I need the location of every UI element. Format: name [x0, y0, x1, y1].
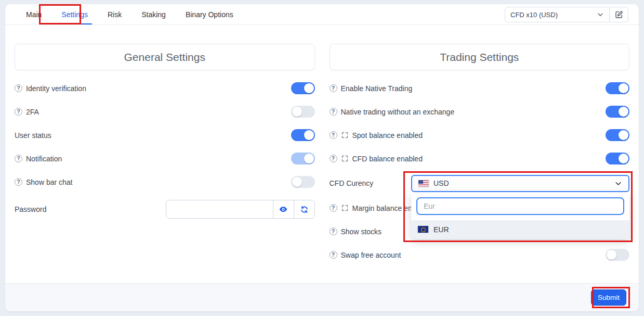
page: Main Settings Risk Staking Binary Option… [0, 0, 644, 316]
row-label: Spot balance enabled [352, 131, 423, 140]
corners-icon [341, 204, 349, 212]
show-bar-chat-toggle[interactable] [291, 176, 315, 188]
trading-settings-panel: Trading Settings Enable Native Trading N… [330, 44, 630, 283]
row-label: Identity verification [26, 84, 86, 93]
help-icon[interactable] [330, 84, 337, 92]
row-label: Notification [26, 155, 62, 163]
tab-settings[interactable]: Settings [55, 4, 94, 24]
row-label: Show stocks [341, 227, 382, 236]
tab-binary-options[interactable]: Binary Options [179, 4, 240, 24]
cfd-currency-dropdown: USD EUR [411, 175, 629, 192]
help-icon[interactable] [15, 108, 22, 116]
row-password: Password [15, 198, 315, 221]
general-settings-title: General Settings [15, 44, 315, 70]
us-flag-icon [418, 180, 429, 187]
help-icon[interactable] [330, 108, 337, 116]
help-icon[interactable] [330, 155, 337, 162]
help-icon[interactable] [330, 131, 337, 139]
notification-toggle[interactable] [291, 153, 315, 165]
help-icon[interactable] [15, 84, 22, 92]
footer-bar: Submit [5, 283, 639, 311]
account-selector-group: CFD x10 (USD) [505, 7, 628, 22]
row-label: Show bar chat [26, 178, 73, 186]
refresh-icon [300, 205, 309, 214]
tab-main[interactable]: Main [20, 4, 48, 24]
password-group [166, 200, 315, 219]
row-enable-native-trading: Enable Native Trading [330, 77, 630, 100]
eu-flag-icon [418, 226, 428, 233]
row-2fa: 2FA [15, 100, 315, 123]
password-input[interactable] [166, 200, 273, 218]
row-label: Enable Native Trading [341, 84, 413, 93]
account-select[interactable]: CFD x10 (USD) [505, 7, 610, 22]
row-identity-verification: Identity verification [15, 77, 315, 100]
row-show-bar-chat: Show bar chat [15, 170, 315, 194]
row-label: CFD Curency [330, 179, 374, 187]
row-label: Password [15, 205, 46, 213]
trading-settings-title: Trading Settings [330, 44, 630, 70]
cfd-currency-selected: USD [433, 179, 449, 187]
row-notification: Notification [15, 147, 315, 170]
row-swap-free-account: Swap free account [330, 243, 630, 267]
submit-button[interactable]: Submit [591, 289, 626, 306]
row-label: User status [15, 131, 51, 140]
row-label: Swap free account [341, 251, 401, 259]
help-icon[interactable] [330, 227, 337, 235]
tab-bar: Main Settings Risk Staking Binary Option… [5, 4, 639, 25]
eye-icon [279, 205, 288, 214]
tab-staking[interactable]: Staking [135, 4, 172, 24]
2fa-toggle[interactable] [291, 106, 315, 118]
tab-risk[interactable]: Risk [101, 4, 128, 24]
chevron-down-icon [614, 180, 622, 187]
corners-icon [341, 155, 349, 162]
cfd-balance-toggle[interactable] [606, 153, 629, 165]
swap-free-account-toggle[interactable] [606, 249, 629, 261]
account-select-value: CFD x10 (USD) [510, 11, 558, 19]
row-cfd-currency: CFD Curency USD [330, 170, 630, 196]
row-native-trading-without-exchange: Native trading without an exchange [330, 100, 630, 123]
edit-account-button[interactable] [610, 7, 628, 22]
row-user-status: User status [15, 123, 315, 147]
help-icon[interactable] [330, 204, 337, 212]
row-cfd-balance-enabled: CFD balance enabled [330, 147, 630, 170]
general-settings-panel: General Settings Identity verification 2… [15, 44, 315, 283]
edit-icon [615, 10, 623, 19]
settings-content: General Settings Identity verification 2… [5, 25, 639, 283]
cfd-currency-select[interactable]: USD [411, 175, 629, 192]
show-password-button[interactable] [273, 200, 294, 218]
native-trading-without-exchange-toggle[interactable] [606, 106, 629, 118]
currency-search-input[interactable] [416, 197, 624, 215]
corners-icon [341, 131, 349, 139]
enable-native-trading-toggle[interactable] [606, 82, 629, 94]
currency-option-label: EUR [433, 225, 449, 234]
generate-password-button[interactable] [294, 200, 314, 218]
cfd-currency-dropdown-panel: EUR [411, 192, 629, 239]
settings-card: Main Settings Risk Staking Binary Option… [5, 4, 639, 311]
row-spot-balance-enabled: Spot balance enabled [330, 123, 630, 147]
identity-verification-toggle[interactable] [291, 82, 315, 94]
help-icon[interactable] [15, 178, 22, 186]
spot-balance-toggle[interactable] [606, 129, 629, 141]
currency-option-eur[interactable]: EUR [411, 220, 629, 239]
help-icon[interactable] [330, 251, 337, 259]
row-label: Native trading without an exchange [341, 108, 455, 116]
user-status-toggle[interactable] [291, 129, 315, 141]
chevron-down-icon [597, 11, 604, 18]
row-label: 2FA [26, 108, 39, 116]
help-icon[interactable] [15, 155, 22, 162]
row-label: CFD balance enabled [352, 155, 423, 163]
